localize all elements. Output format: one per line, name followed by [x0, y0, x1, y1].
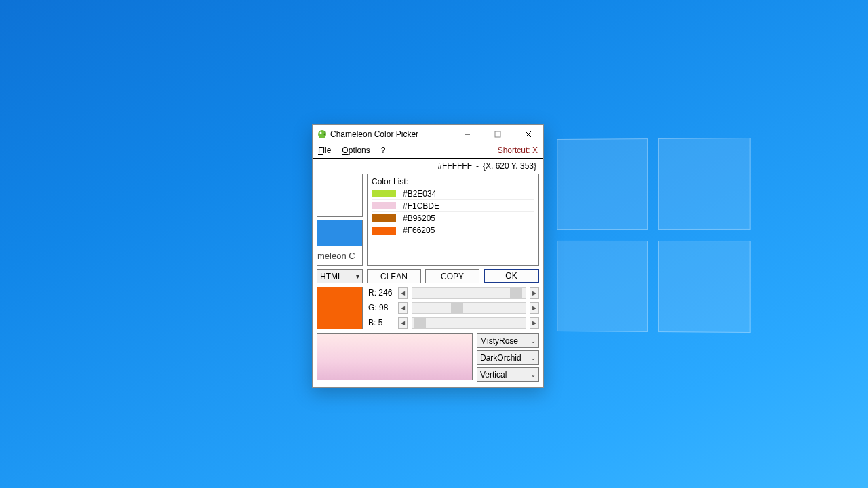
r-label: R: 246: [368, 288, 394, 298]
app-icon: [317, 129, 328, 140]
status-line: #FFFFFF - {X. 620 Y. 353}: [313, 159, 543, 174]
gradient-color1-value: MistyRose: [480, 336, 518, 346]
clean-button[interactable]: CLEAN: [367, 269, 421, 283]
titlebar[interactable]: Chameleon Color Picker: [313, 125, 543, 143]
format-value: HTML: [320, 272, 342, 281]
color-chip: [372, 202, 396, 209]
hover-swatch: [317, 174, 363, 217]
chevron-down-icon: ⌄: [530, 354, 536, 361]
windows-logo: [557, 138, 750, 333]
color-list-item[interactable]: #F1CBDE: [372, 200, 534, 212]
svg-point-1: [320, 131, 322, 134]
menu-help[interactable]: ?: [381, 146, 386, 155]
r-thumb[interactable]: [510, 288, 522, 298]
color-code: #B96205: [403, 214, 435, 223]
r-track[interactable]: [412, 287, 526, 299]
status-sep: -: [476, 161, 479, 171]
gradient-direction-value: Vertical: [480, 370, 507, 380]
color-code: #F1CBDE: [403, 201, 439, 211]
menu-file[interactable]: File: [318, 146, 331, 155]
r-slider-row: R: 246 ◀ ▶: [368, 287, 539, 299]
g-increment[interactable]: ▶: [530, 302, 539, 314]
chevron-down-icon: ⌄: [530, 337, 536, 344]
chevron-down-icon: ⌄: [530, 371, 536, 378]
menu-options[interactable]: Options: [342, 146, 370, 155]
b-label: B: 5: [368, 318, 394, 327]
color-chip: [372, 227, 396, 235]
format-selector[interactable]: HTML ▾: [317, 269, 363, 283]
color-list-item[interactable]: #B2E034: [372, 188, 534, 200]
g-track[interactable]: [412, 302, 526, 314]
color-list: Color List: #B2E034#F1CBDE#B96205#F66205: [367, 174, 539, 266]
r-increment[interactable]: ▶: [530, 287, 539, 299]
color-chip: [372, 214, 396, 222]
status-hex: #FFFFFF: [437, 161, 472, 171]
g-thumb[interactable]: [451, 303, 463, 313]
minimize-button[interactable]: [452, 125, 482, 143]
gradient-color2-value: DarkOrchid: [480, 353, 521, 363]
color-list-label: Color List:: [372, 177, 534, 186]
gradient-color1-select[interactable]: MistyRose ⌄: [477, 333, 539, 348]
close-button[interactable]: [513, 125, 543, 143]
maximize-button[interactable]: [482, 125, 513, 143]
b-thumb[interactable]: [414, 318, 426, 328]
r-decrement[interactable]: ◀: [398, 287, 408, 299]
color-list-item[interactable]: #F66205: [372, 224, 534, 237]
copy-button[interactable]: COPY: [425, 269, 479, 283]
window-title: Chameleon Color Picker: [330, 129, 418, 139]
magnifier: meleon C: [317, 220, 363, 266]
gradient-color2-select[interactable]: DarkOrchid ⌄: [477, 350, 539, 365]
menubar: File Options ? Shortcut: X: [313, 143, 543, 159]
g-label: G: 98: [368, 303, 394, 312]
b-increment[interactable]: ▶: [530, 317, 539, 329]
b-slider-row: B: 5 ◀ ▶: [368, 317, 539, 329]
gradient-preview: [317, 333, 473, 380]
color-chip: [372, 190, 396, 197]
status-coords: {X. 620 Y. 353}: [483, 161, 536, 171]
app-window: Chameleon Color Picker File Options ? Sh…: [312, 124, 544, 388]
b-decrement[interactable]: ◀: [398, 317, 408, 329]
shortcut-label: Shortcut: X: [498, 146, 538, 155]
ok-button[interactable]: OK: [484, 269, 539, 283]
g-slider-row: G: 98 ◀ ▶: [368, 302, 539, 314]
color-list-item[interactable]: #B96205: [372, 212, 534, 224]
color-code: #F66205: [403, 226, 435, 235]
g-decrement[interactable]: ◀: [398, 302, 408, 314]
b-track[interactable]: [412, 317, 526, 329]
current-color-swatch: [317, 287, 363, 329]
gradient-direction-select[interactable]: Vertical ⌄: [477, 367, 539, 382]
chevron-down-icon: ▾: [356, 272, 359, 280]
svg-rect-3: [495, 131, 500, 137]
color-code: #B2E034: [403, 189, 436, 199]
